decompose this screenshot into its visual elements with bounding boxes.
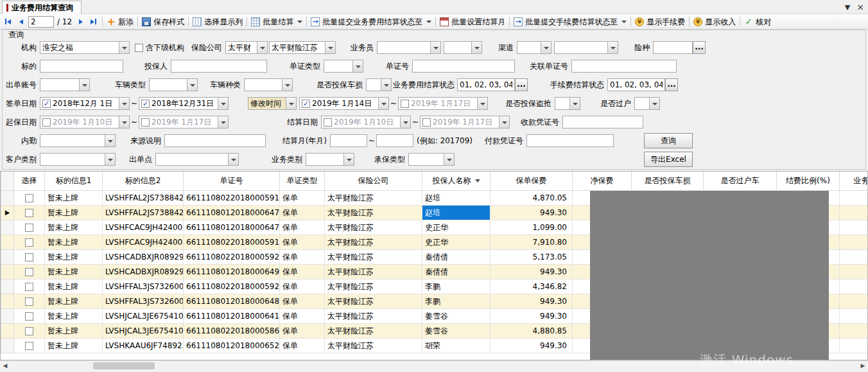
scrollbar-thumb[interactable]: [93, 362, 155, 369]
cell-policyholder[interactable]: 李鹏: [422, 294, 490, 308]
new-button[interactable]: 新添: [105, 15, 135, 28]
sign-date-from-picker[interactable]: ✓2018年12月 1日: [40, 97, 130, 110]
issue-point-combobox[interactable]: [155, 153, 239, 166]
column-header-premium[interactable]: 保单保费: [490, 172, 573, 190]
cell-policyholder[interactable]: 姜雪谷: [422, 308, 490, 323]
save-style-button[interactable]: 保存样式: [140, 15, 186, 28]
insurer-group-combobox[interactable]: 太平财: [225, 41, 268, 54]
column-header-subject2[interactable]: 标的信息2: [103, 172, 184, 190]
row-checkbox[interactable]: [25, 209, 33, 217]
issue-account-combobox[interactable]: [40, 78, 90, 91]
settle-date-to-picker[interactable]: 2019年 1月17日: [420, 116, 510, 128]
source-desc-input[interactable]: [164, 134, 266, 147]
column-header-net-premium[interactable]: 净保费: [573, 172, 632, 190]
scroll-left-icon[interactable]: ◀: [0, 361, 10, 371]
verify-button[interactable]: 核对: [742, 15, 773, 28]
row-checkbox[interactable]: [25, 327, 33, 335]
tab-list-chevron-icon[interactable]: ▼: [845, 3, 850, 12]
biz-fee-status-ellipsis-button[interactable]: ...: [515, 78, 528, 91]
biz-fee-status-input[interactable]: [457, 78, 515, 91]
vehicle-type-combobox[interactable]: [149, 78, 198, 91]
salesman-combobox-2[interactable]: [444, 41, 482, 54]
column-header-transferred[interactable]: 是否过户车: [704, 172, 777, 190]
risk-type-input[interactable]: [653, 41, 693, 54]
row-checkbox[interactable]: [25, 224, 33, 232]
column-header-policyholder[interactable]: 投保人名称: [422, 172, 490, 190]
modify-time-from-picker[interactable]: ✓2019年 1月14日: [299, 97, 389, 110]
settle-date-from-picker[interactable]: 2019年 1月10日: [321, 116, 411, 128]
org-combobox[interactable]: 淮安之福: [40, 41, 130, 54]
cell-policyholder[interactable]: 胡荣: [422, 338, 490, 353]
underwrite-type-combobox[interactable]: [408, 153, 455, 166]
column-header-damage-insured[interactable]: 是否投保车损: [632, 172, 704, 190]
cell-policyholder[interactable]: 李鹏: [422, 279, 490, 294]
batch-set-month-button[interactable]: 批量设置结算月: [438, 15, 507, 28]
row-checkbox[interactable]: [25, 268, 33, 276]
salesman-combobox-1[interactable]: [377, 41, 441, 54]
sign-date-to-picker[interactable]: ✓2018年12月31日: [139, 97, 229, 110]
page-number-input[interactable]: [28, 16, 54, 28]
batch-submit-fee-status-button[interactable]: 批量提交手续费结算状态至: [512, 15, 629, 28]
risk-type-ellipsis-button[interactable]: ...: [693, 41, 706, 54]
channel-combobox-1[interactable]: [517, 41, 551, 54]
column-header-settle-ratio[interactable]: 结费比例(%): [777, 172, 840, 190]
search-button[interactable]: 查询: [644, 133, 693, 148]
customer-type-combobox[interactable]: [40, 153, 116, 166]
column-header-doc-type[interactable]: 单证类型: [280, 172, 325, 190]
doc-no-input[interactable]: [412, 60, 515, 73]
select-columns-button[interactable]: 选择显示列: [191, 15, 245, 28]
show-income-button[interactable]: 显示收入: [691, 15, 738, 28]
staff-combobox[interactable]: [40, 134, 116, 147]
transferred-combobox[interactable]: [634, 97, 660, 110]
row-checkbox[interactable]: [25, 297, 33, 306]
commission-status-ellipsis-button[interactable]: ...: [665, 78, 678, 91]
export-excel-button[interactable]: 导出Excel: [644, 152, 693, 167]
cell-policyholder[interactable]: 赵培: [422, 205, 490, 220]
start-date-to-picker[interactable]: 2019年 1月17日: [139, 116, 229, 128]
column-header-select[interactable]: 选择: [14, 172, 45, 190]
channel-combobox-2[interactable]: [554, 41, 618, 54]
cell-policyholder[interactable]: 姜雪谷: [422, 323, 490, 338]
column-header-subject1[interactable]: 标的信息1: [45, 172, 103, 190]
column-header-biz-fee[interactable]: 业务费: [840, 172, 868, 190]
start-date-from-picker[interactable]: 2019年 1月10日: [40, 116, 130, 128]
insurer-company-combobox[interactable]: 太平财险江苏: [269, 41, 336, 54]
theft-insured-combobox[interactable]: [555, 97, 580, 110]
scroll-right-icon[interactable]: ▶: [858, 361, 868, 371]
related-doc-no-input[interactable]: [571, 60, 677, 73]
filter-icon[interactable]: [475, 179, 480, 182]
batch-submit-expense-status-button[interactable]: 批量提交业务费用结算状态至: [309, 15, 433, 28]
prev-page-button[interactable]: [15, 16, 26, 27]
close-tab-icon[interactable]: ×: [856, 2, 864, 12]
include-sub-checkbox[interactable]: 含下级机构: [135, 42, 184, 53]
show-fee-button[interactable]: 显示手续费: [633, 15, 687, 28]
cell-policyholder[interactable]: 秦倩倩: [422, 264, 490, 279]
row-checkbox[interactable]: [25, 312, 33, 321]
cell-policyholder[interactable]: 赵培: [422, 190, 490, 205]
column-header-doc-no[interactable]: 单证号: [184, 172, 280, 190]
last-page-button[interactable]: [88, 16, 99, 27]
row-checkbox[interactable]: [25, 342, 33, 350]
biz-type-combobox[interactable]: [306, 153, 354, 166]
commission-status-input[interactable]: [607, 78, 665, 91]
damage-insured-combobox[interactable]: [366, 78, 392, 91]
batch-settle-button[interactable]: 批量结算: [249, 15, 304, 28]
modify-time-combobox[interactable]: 修改时间: [248, 97, 297, 110]
modify-time-to-picker[interactable]: 2019年 1月17日: [398, 97, 488, 110]
row-checkbox[interactable]: [25, 253, 33, 261]
cell-policyholder[interactable]: 史正华: [422, 220, 490, 235]
row-checkbox[interactable]: [25, 238, 33, 247]
payment-no-input[interactable]: [526, 134, 614, 147]
subject-input[interactable]: [40, 60, 123, 73]
settle-month-to-input[interactable]: [376, 134, 413, 147]
tab-expense-settlement-query[interactable]: 业务费用结算查询: [2, 1, 82, 14]
column-header-company[interactable]: 保险公司: [325, 172, 422, 190]
policyholder-input[interactable]: [171, 60, 267, 73]
row-checkbox[interactable]: [25, 283, 33, 291]
first-page-button[interactable]: [3, 16, 13, 27]
vehicle-kind-combobox[interactable]: [244, 78, 293, 91]
row-checkbox[interactable]: [25, 194, 33, 202]
next-page-button[interactable]: [75, 16, 86, 27]
receipt-no-input[interactable]: [562, 116, 643, 128]
cell-policyholder[interactable]: 史正华: [422, 235, 490, 249]
